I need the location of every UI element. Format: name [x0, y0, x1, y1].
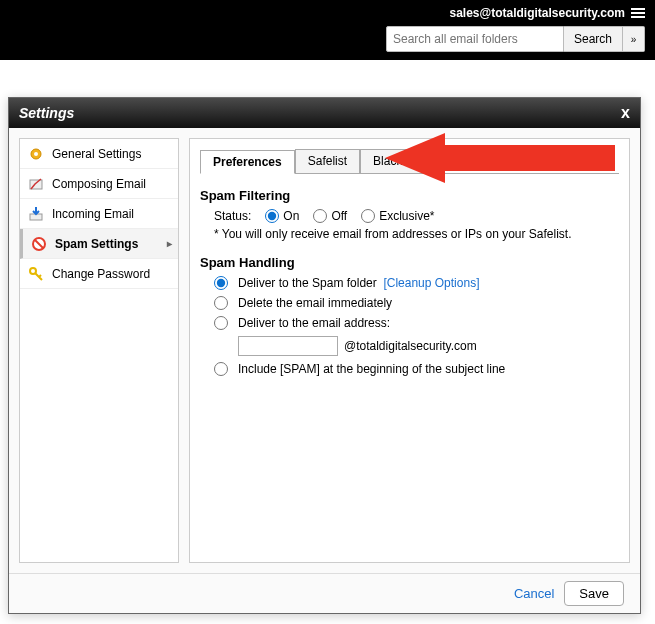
handling-option-forward[interactable]: Deliver to the email address:: [214, 316, 619, 330]
chevron-right-icon: ▸: [167, 238, 172, 249]
hamburger-icon[interactable]: [631, 8, 645, 18]
status-row: Status: On Off Exclusive*: [214, 209, 619, 223]
handling-option-label: Deliver to the email address:: [238, 316, 390, 330]
radio-include-spam-tag[interactable]: [214, 362, 228, 376]
spam-handling-heading: Spam Handling: [200, 255, 619, 270]
sidebar-item-label: Change Password: [52, 267, 150, 281]
sidebar-item-general-settings[interactable]: General Settings: [20, 139, 178, 169]
dialog-footer: Cancel Save: [9, 573, 640, 613]
spam-icon: [31, 236, 47, 252]
search-input[interactable]: [386, 26, 564, 52]
handling-option-spam-folder[interactable]: Deliver to the Spam folder [Cleanup Opti…: [214, 276, 619, 290]
tabs: Preferences Safelist Blacklist: [200, 149, 619, 174]
tab-blacklist[interactable]: Blacklist: [360, 149, 430, 173]
search-button[interactable]: Search: [564, 26, 623, 52]
handling-option-delete[interactable]: Delete the email immediately: [214, 296, 619, 310]
tab-preferences[interactable]: Preferences: [200, 150, 295, 174]
dialog-body: General Settings Composing Email Incomin…: [9, 128, 640, 573]
account-email: sales@totaldigitalsecurity.com: [449, 6, 625, 20]
radio-off[interactable]: [313, 209, 327, 223]
handling-option-label: Delete the email immediately: [238, 296, 392, 310]
radio-delete-immediately[interactable]: [214, 296, 228, 310]
forward-email-row: @totaldigitalsecurity.com: [238, 336, 619, 356]
cleanup-options-link[interactable]: [Cleanup Options]: [383, 276, 479, 290]
save-button[interactable]: Save: [564, 581, 624, 606]
gear-icon: [28, 146, 44, 162]
status-option-off[interactable]: Off: [313, 209, 347, 223]
search-row: Search »: [386, 26, 645, 52]
forward-email-domain: @totaldigitalsecurity.com: [344, 339, 477, 353]
status-option-on[interactable]: On: [265, 209, 299, 223]
sidebar-item-composing-email[interactable]: Composing Email: [20, 169, 178, 199]
chevron-double-icon: »: [631, 34, 637, 45]
status-option-exclusive[interactable]: Exclusive*: [361, 209, 434, 223]
sidebar-item-label: Spam Settings: [55, 237, 138, 251]
settings-content: Preferences Safelist Blacklist Spam Filt…: [189, 138, 630, 563]
account-row: sales@totaldigitalsecurity.com: [449, 6, 645, 20]
close-icon[interactable]: x: [621, 104, 630, 122]
sidebar-item-label: Composing Email: [52, 177, 146, 191]
sidebar-item-label: Incoming Email: [52, 207, 134, 221]
sidebar-item-incoming-email[interactable]: Incoming Email: [20, 199, 178, 229]
sidebar-item-spam-settings[interactable]: Spam Settings ▸: [20, 229, 178, 259]
spam-handling-options: Deliver to the Spam folder [Cleanup Opti…: [214, 276, 619, 376]
status-option-label: Off: [331, 209, 347, 223]
forward-email-input[interactable]: [238, 336, 338, 356]
handling-option-label: Deliver to the Spam folder: [238, 276, 377, 290]
status-option-label: On: [283, 209, 299, 223]
tab-safelist[interactable]: Safelist: [295, 149, 360, 173]
radio-exclusive[interactable]: [361, 209, 375, 223]
key-icon: [28, 266, 44, 282]
incoming-icon: [28, 206, 44, 222]
dialog-title: Settings: [19, 105, 74, 121]
handling-option-subject-tag[interactable]: Include [SPAM] at the beginning of the s…: [214, 362, 619, 376]
exclusive-note: * You will only receive email from addre…: [214, 227, 619, 241]
dialog-titlebar: Settings x: [9, 98, 640, 128]
spam-filtering-heading: Spam Filtering: [200, 188, 619, 203]
status-option-label: Exclusive*: [379, 209, 434, 223]
svg-point-1: [34, 152, 38, 156]
status-label: Status:: [214, 209, 251, 223]
radio-deliver-spam-folder[interactable]: [214, 276, 228, 290]
top-bar: sales@totaldigitalsecurity.com Search »: [0, 0, 655, 60]
settings-dialog: Settings x General Settings Composing Em…: [8, 97, 641, 614]
handling-option-label: Include [SPAM] at the beginning of the s…: [238, 362, 505, 376]
compose-icon: [28, 176, 44, 192]
settings-sidebar: General Settings Composing Email Incomin…: [19, 138, 179, 563]
radio-on[interactable]: [265, 209, 279, 223]
cancel-button[interactable]: Cancel: [514, 586, 554, 601]
sidebar-item-label: General Settings: [52, 147, 141, 161]
sidebar-item-change-password[interactable]: Change Password: [20, 259, 178, 289]
search-more-button[interactable]: »: [623, 26, 645, 52]
radio-deliver-address[interactable]: [214, 316, 228, 330]
